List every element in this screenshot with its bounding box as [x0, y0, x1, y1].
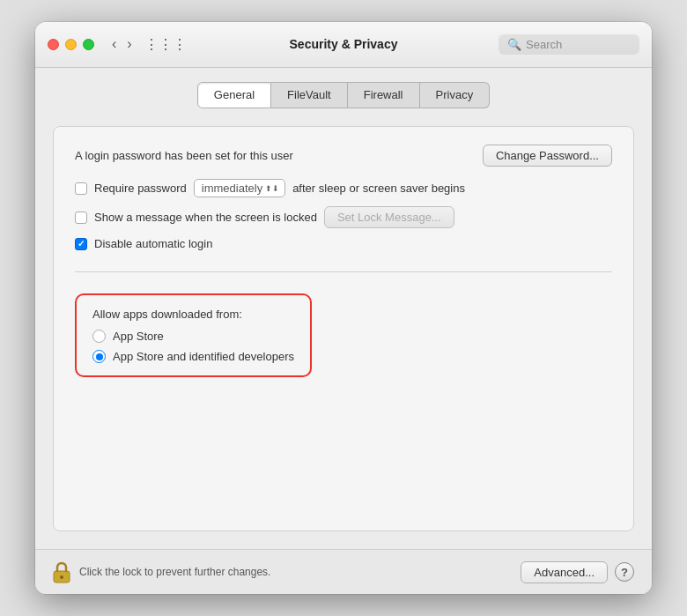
show-message-checkbox[interactable]	[75, 212, 87, 224]
disable-autologin-label: Disable automatic login	[94, 237, 212, 250]
forward-button[interactable]: ›	[123, 35, 135, 53]
bottom-right-controls: Advanced... ?	[521, 561, 634, 583]
window-title: Security & Privacy	[290, 37, 398, 51]
bottom-bar: Click the lock to prevent further change…	[35, 549, 652, 594]
search-icon: 🔍	[507, 38, 521, 51]
app-store-identified-radio[interactable]	[92, 350, 106, 363]
lock-icon[interactable]	[53, 560, 70, 583]
allow-apps-label: Allow apps downloaded from:	[92, 308, 294, 321]
close-button[interactable]	[48, 39, 59, 50]
search-box[interactable]: 🔍 Search	[499, 34, 639, 55]
tab-bar: General FileVault Firewall Privacy	[53, 82, 634, 108]
help-button[interactable]: ?	[615, 562, 634, 582]
minimize-button[interactable]	[65, 39, 77, 50]
app-store-identified-option-row: App Store and identified developers	[92, 350, 294, 363]
tab-general[interactable]: General	[197, 82, 271, 108]
password-set-label: A login password has been set for this u…	[75, 149, 483, 162]
disable-autologin-row: Disable automatic login	[75, 237, 612, 250]
app-store-option-row: App Store	[92, 330, 294, 343]
settings-panel: A login password has been set for this u…	[53, 126, 634, 531]
nav-arrows: ‹ ›	[108, 35, 136, 53]
maximize-button[interactable]	[83, 39, 94, 50]
require-password-row: Require password immediately ⬆⬇ after sl…	[75, 179, 612, 197]
allow-apps-section: Allow apps downloaded from: App Store Ap…	[75, 293, 312, 377]
tab-filevault[interactable]: FileVault	[271, 82, 348, 108]
app-store-label: App Store	[113, 330, 164, 343]
dropdown-arrow-icon: ⬆⬇	[265, 184, 279, 193]
password-row: A login password has been set for this u…	[75, 145, 612, 167]
password-timing-value: immediately	[202, 182, 262, 195]
section-divider	[75, 271, 612, 272]
show-message-row: Show a message when the screen is locked…	[75, 206, 612, 228]
grid-icon[interactable]: ⋮⋮⋮	[144, 36, 187, 53]
password-timing-dropdown[interactable]: immediately ⬆⬇	[194, 179, 285, 197]
advanced-button[interactable]: Advanced...	[521, 561, 608, 583]
back-button[interactable]: ‹	[108, 35, 120, 53]
disable-autologin-checkbox[interactable]	[75, 238, 87, 250]
main-window: ‹ › ⋮⋮⋮ Security & Privacy 🔍 Search Gene…	[35, 22, 652, 594]
require-password-checkbox[interactable]	[75, 182, 87, 195]
tab-firewall[interactable]: Firewall	[348, 82, 420, 108]
app-store-radio[interactable]	[92, 330, 106, 343]
content-area: General FileVault Firewall Privacy A log…	[35, 68, 652, 549]
app-store-identified-label: App Store and identified developers	[113, 350, 294, 363]
search-placeholder-text: Search	[526, 38, 562, 51]
tab-privacy[interactable]: Privacy	[420, 82, 491, 108]
set-lock-message-button: Set Lock Message...	[324, 206, 454, 228]
require-password-label: Require password	[94, 182, 187, 195]
change-password-button[interactable]: Change Password...	[483, 145, 612, 167]
lock-message-label: Click the lock to prevent further change…	[79, 566, 512, 578]
after-sleep-label: after sleep or screen saver begins	[292, 182, 465, 195]
svg-point-1	[60, 575, 63, 579]
show-message-label: Show a message when the screen is locked	[94, 211, 317, 224]
traffic-lights	[48, 39, 94, 50]
titlebar: ‹ › ⋮⋮⋮ Security & Privacy 🔍 Search	[35, 22, 652, 68]
